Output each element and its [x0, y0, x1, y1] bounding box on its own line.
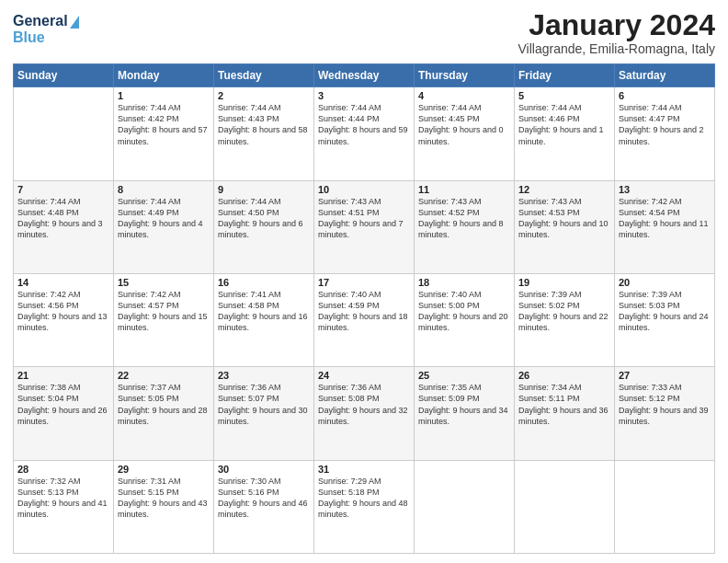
table-row: 13 Sunrise: 7:42 AMSunset: 4:54 PMDaylig…	[615, 180, 715, 273]
header: General Blue January 2024 Villagrande, E…	[13, 9, 715, 56]
table-row: 6 Sunrise: 7:44 AMSunset: 4:47 PMDayligh…	[615, 87, 715, 180]
day-number: 11	[418, 184, 510, 195]
day-number: 27	[619, 370, 711, 381]
cell-info: Sunrise: 7:44 AMSunset: 4:43 PMDaylight:…	[218, 103, 308, 145]
cell-info: Sunrise: 7:43 AMSunset: 4:51 PMDaylight:…	[318, 197, 404, 239]
page: General Blue January 2024 Villagrande, E…	[0, 0, 728, 563]
cell-info: Sunrise: 7:44 AMSunset: 4:49 PMDaylight:…	[118, 197, 203, 239]
day-number: 24	[318, 370, 410, 381]
day-number: 30	[218, 464, 310, 475]
calendar-week-row: 1 Sunrise: 7:44 AMSunset: 4:42 PMDayligh…	[14, 87, 715, 180]
cell-info: Sunrise: 7:43 AMSunset: 4:52 PMDaylight:…	[418, 197, 504, 239]
main-title: January 2024	[518, 9, 715, 41]
col-saturday: Saturday	[615, 64, 715, 87]
cell-info: Sunrise: 7:36 AMSunset: 5:08 PMDaylight:…	[318, 383, 408, 425]
day-number: 22	[118, 370, 210, 381]
cell-info: Sunrise: 7:29 AMSunset: 5:18 PMDaylight:…	[318, 477, 408, 519]
day-number: 3	[318, 90, 410, 101]
day-number: 26	[518, 370, 610, 381]
table-row	[515, 460, 615, 553]
cell-info: Sunrise: 7:38 AMSunset: 5:04 PMDaylight:…	[17, 383, 108, 425]
table-row: 5 Sunrise: 7:44 AMSunset: 4:46 PMDayligh…	[515, 87, 615, 180]
cell-info: Sunrise: 7:36 AMSunset: 5:07 PMDaylight:…	[218, 383, 308, 425]
cell-info: Sunrise: 7:44 AMSunset: 4:46 PMDaylight:…	[518, 103, 604, 145]
col-friday: Friday	[515, 64, 615, 87]
table-row: 14 Sunrise: 7:42 AMSunset: 4:56 PMDaylig…	[14, 273, 114, 366]
day-number: 2	[218, 90, 310, 101]
table-row: 3 Sunrise: 7:44 AMSunset: 4:44 PMDayligh…	[314, 87, 415, 180]
cell-info: Sunrise: 7:40 AMSunset: 4:59 PMDaylight:…	[318, 290, 408, 332]
table-row: 30 Sunrise: 7:30 AMSunset: 5:16 PMDaylig…	[214, 460, 314, 553]
day-number: 29	[118, 464, 210, 475]
table-row	[14, 87, 114, 180]
calendar-week-row: 7 Sunrise: 7:44 AMSunset: 4:48 PMDayligh…	[14, 180, 715, 273]
calendar-week-row: 28 Sunrise: 7:32 AMSunset: 5:13 PMDaylig…	[14, 460, 715, 553]
cell-info: Sunrise: 7:37 AMSunset: 5:05 PMDaylight:…	[118, 383, 208, 425]
day-number: 28	[17, 464, 109, 475]
cell-info: Sunrise: 7:35 AMSunset: 5:09 PMDaylight:…	[418, 383, 508, 425]
calendar-table: Sunday Monday Tuesday Wednesday Thursday…	[13, 63, 715, 554]
col-monday: Monday	[114, 64, 214, 87]
table-row: 11 Sunrise: 7:43 AMSunset: 4:52 PMDaylig…	[415, 180, 515, 273]
day-number: 18	[418, 277, 510, 288]
day-number: 6	[619, 90, 711, 101]
table-row: 28 Sunrise: 7:32 AMSunset: 5:13 PMDaylig…	[14, 460, 114, 553]
col-wednesday: Wednesday	[314, 64, 415, 87]
calendar-header-row: Sunday Monday Tuesday Wednesday Thursday…	[14, 64, 715, 87]
table-row: 27 Sunrise: 7:33 AMSunset: 5:12 PMDaylig…	[615, 367, 715, 460]
cell-info: Sunrise: 7:41 AMSunset: 4:58 PMDaylight:…	[218, 290, 308, 332]
table-row: 10 Sunrise: 7:43 AMSunset: 4:51 PMDaylig…	[314, 180, 415, 273]
cell-info: Sunrise: 7:40 AMSunset: 5:00 PMDaylight:…	[418, 290, 508, 332]
cell-info: Sunrise: 7:44 AMSunset: 4:44 PMDaylight:…	[318, 103, 408, 145]
day-number: 19	[518, 277, 610, 288]
day-number: 20	[619, 277, 711, 288]
table-row: 25 Sunrise: 7:35 AMSunset: 5:09 PMDaylig…	[415, 367, 515, 460]
cell-info: Sunrise: 7:44 AMSunset: 4:47 PMDaylight:…	[619, 103, 704, 145]
table-row: 24 Sunrise: 7:36 AMSunset: 5:08 PMDaylig…	[314, 367, 415, 460]
cell-info: Sunrise: 7:42 AMSunset: 4:57 PMDaylight:…	[118, 290, 208, 332]
table-row: 8 Sunrise: 7:44 AMSunset: 4:49 PMDayligh…	[114, 180, 214, 273]
cell-info: Sunrise: 7:42 AMSunset: 4:56 PMDaylight:…	[17, 290, 108, 332]
day-number: 23	[218, 370, 310, 381]
cell-info: Sunrise: 7:39 AMSunset: 5:03 PMDaylight:…	[619, 290, 709, 332]
cell-info: Sunrise: 7:44 AMSunset: 4:50 PMDaylight:…	[218, 197, 303, 239]
logo: General Blue	[13, 13, 79, 45]
calendar-week-row: 21 Sunrise: 7:38 AMSunset: 5:04 PMDaylig…	[14, 367, 715, 460]
table-row: 9 Sunrise: 7:44 AMSunset: 4:50 PMDayligh…	[214, 180, 314, 273]
day-number: 16	[218, 277, 310, 288]
table-row: 22 Sunrise: 7:37 AMSunset: 5:05 PMDaylig…	[114, 367, 214, 460]
cell-info: Sunrise: 7:44 AMSunset: 4:48 PMDaylight:…	[17, 197, 103, 239]
cell-info: Sunrise: 7:32 AMSunset: 5:13 PMDaylight:…	[17, 477, 108, 519]
day-number: 13	[619, 184, 711, 195]
table-row: 2 Sunrise: 7:44 AMSunset: 4:43 PMDayligh…	[214, 87, 314, 180]
day-number: 10	[318, 184, 410, 195]
table-row: 7 Sunrise: 7:44 AMSunset: 4:48 PMDayligh…	[14, 180, 114, 273]
table-row: 15 Sunrise: 7:42 AMSunset: 4:57 PMDaylig…	[114, 273, 214, 366]
day-number: 5	[518, 90, 610, 101]
cell-info: Sunrise: 7:33 AMSunset: 5:12 PMDaylight:…	[619, 383, 709, 425]
day-number: 4	[418, 90, 510, 101]
cell-info: Sunrise: 7:42 AMSunset: 4:54 PMDaylight:…	[619, 197, 709, 239]
table-row: 19 Sunrise: 7:39 AMSunset: 5:02 PMDaylig…	[515, 273, 615, 366]
table-row: 21 Sunrise: 7:38 AMSunset: 5:04 PMDaylig…	[14, 367, 114, 460]
table-row: 26 Sunrise: 7:34 AMSunset: 5:11 PMDaylig…	[515, 367, 615, 460]
cell-info: Sunrise: 7:39 AMSunset: 5:02 PMDaylight:…	[518, 290, 609, 332]
table-row: 4 Sunrise: 7:44 AMSunset: 4:45 PMDayligh…	[415, 87, 515, 180]
day-number: 21	[17, 370, 109, 381]
day-number: 8	[118, 184, 210, 195]
cell-info: Sunrise: 7:44 AMSunset: 4:42 PMDaylight:…	[118, 103, 208, 145]
table-row: 20 Sunrise: 7:39 AMSunset: 5:03 PMDaylig…	[615, 273, 715, 366]
table-row: 16 Sunrise: 7:41 AMSunset: 4:58 PMDaylig…	[214, 273, 314, 366]
day-number: 7	[17, 184, 109, 195]
day-number: 1	[118, 90, 210, 101]
calendar-week-row: 14 Sunrise: 7:42 AMSunset: 4:56 PMDaylig…	[14, 273, 715, 366]
cell-info: Sunrise: 7:34 AMSunset: 5:11 PMDaylight:…	[518, 383, 609, 425]
col-thursday: Thursday	[415, 64, 515, 87]
table-row: 17 Sunrise: 7:40 AMSunset: 4:59 PMDaylig…	[314, 273, 415, 366]
table-row: 12 Sunrise: 7:43 AMSunset: 4:53 PMDaylig…	[515, 180, 615, 273]
table-row	[615, 460, 715, 553]
col-tuesday: Tuesday	[214, 64, 314, 87]
day-number: 17	[318, 277, 410, 288]
cell-info: Sunrise: 7:30 AMSunset: 5:16 PMDaylight:…	[218, 477, 308, 519]
cell-info: Sunrise: 7:44 AMSunset: 4:45 PMDaylight:…	[418, 103, 504, 145]
